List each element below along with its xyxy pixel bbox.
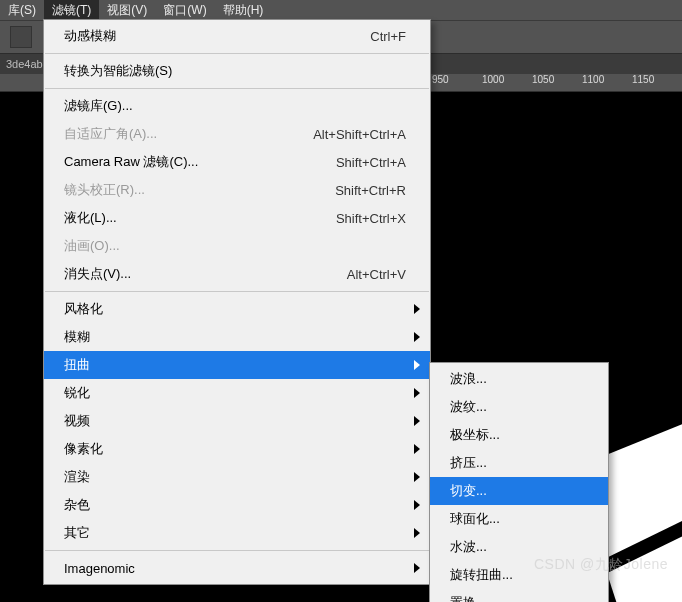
menu-item-shortcut: Shift+Ctrl+R <box>335 183 406 198</box>
menubar-item[interactable]: 窗口(W) <box>155 0 214 21</box>
menu-item: 镜头校正(R)...Shift+Ctrl+R <box>44 176 430 204</box>
tab-label: 3de4ab <box>6 58 43 70</box>
submenu-item[interactable]: 球面化... <box>430 505 608 533</box>
submenu-item[interactable]: 波浪... <box>430 365 608 393</box>
submenu-item[interactable]: 极坐标... <box>430 421 608 449</box>
menu-separator <box>45 53 429 54</box>
submenu-item-label: 挤压... <box>450 454 584 472</box>
menu-item-label: 动感模糊 <box>64 27 370 45</box>
ruler-tick: 1050 <box>532 74 582 91</box>
menu-item-label: 镜头校正(R)... <box>64 181 335 199</box>
submenu-item-label: 旋转扭曲... <box>450 566 584 584</box>
menu-item-label: 自适应广角(A)... <box>64 125 313 143</box>
menu-separator <box>45 550 429 551</box>
menu-item[interactable]: Imagenomic <box>44 554 430 582</box>
menu-item-label: 消失点(V)... <box>64 265 347 283</box>
menu-item[interactable]: 模糊 <box>44 323 430 351</box>
menu-item[interactable]: 扭曲 <box>44 351 430 379</box>
menu-item[interactable]: 视频 <box>44 407 430 435</box>
menu-item[interactable]: 消失点(V)...Alt+Ctrl+V <box>44 260 430 288</box>
menu-item-shortcut: Shift+Ctrl+X <box>336 211 406 226</box>
menu-item[interactable]: 像素化 <box>44 435 430 463</box>
menu-item[interactable]: Camera Raw 滤镜(C)...Shift+Ctrl+A <box>44 148 430 176</box>
submenu-item-label: 置换 <box>450 594 584 602</box>
menu-item-label: 转换为智能滤镜(S) <box>64 62 406 80</box>
submenu-item[interactable]: 波纹... <box>430 393 608 421</box>
menubar: 库(S)滤镜(T)视图(V)窗口(W)帮助(H) <box>0 0 682 20</box>
menubar-item[interactable]: 视图(V) <box>99 0 155 21</box>
submenu-item[interactable]: 旋转扭曲... <box>430 561 608 589</box>
menu-item-shortcut: Alt+Ctrl+V <box>347 267 406 282</box>
submenu-item-label: 切变... <box>450 482 584 500</box>
menu-item[interactable]: 杂色 <box>44 491 430 519</box>
menu-item: 油画(O)... <box>44 232 430 260</box>
menubar-item[interactable]: 帮助(H) <box>215 0 272 21</box>
menu-item-label: 杂色 <box>64 496 406 514</box>
menu-item-shortcut: Shift+Ctrl+A <box>336 155 406 170</box>
menu-separator <box>45 88 429 89</box>
menu-item-label: 模糊 <box>64 328 406 346</box>
filter-menu: 动感模糊Ctrl+F转换为智能滤镜(S)滤镜库(G)...自适应广角(A)...… <box>43 19 431 585</box>
ruler-tick: 1100 <box>582 74 632 91</box>
ruler-tick: 950 <box>432 74 482 91</box>
menu-item-label: 锐化 <box>64 384 406 402</box>
ruler-tick: 1000 <box>482 74 532 91</box>
menu-item-label: Imagenomic <box>64 561 406 576</box>
submenu-item-label: 波纹... <box>450 398 584 416</box>
menu-item-label: Camera Raw 滤镜(C)... <box>64 153 336 171</box>
menubar-item[interactable]: 库(S) <box>0 0 44 21</box>
menu-item-label: 风格化 <box>64 300 406 318</box>
ruler-tick: 1150 <box>632 74 682 91</box>
menu-item[interactable]: 滤镜库(G)... <box>44 92 430 120</box>
menu-item-label: 其它 <box>64 524 406 542</box>
submenu-item[interactable]: 置换 <box>430 589 608 602</box>
submenu-item[interactable]: 水波... <box>430 533 608 561</box>
menu-item-label: 油画(O)... <box>64 237 406 255</box>
menu-item-label: 扭曲 <box>64 356 406 374</box>
menu-separator <box>45 291 429 292</box>
submenu-item-label: 球面化... <box>450 510 584 528</box>
menu-item[interactable]: 转换为智能滤镜(S) <box>44 57 430 85</box>
menu-item-label: 渲染 <box>64 468 406 486</box>
menu-item[interactable]: 锐化 <box>44 379 430 407</box>
menu-item-label: 液化(L)... <box>64 209 336 227</box>
menubar-item[interactable]: 滤镜(T) <box>44 0 99 21</box>
menu-item[interactable]: 风格化 <box>44 295 430 323</box>
submenu-item-label: 极坐标... <box>450 426 584 444</box>
menu-item[interactable]: 液化(L)...Shift+Ctrl+X <box>44 204 430 232</box>
menu-item[interactable]: 其它 <box>44 519 430 547</box>
menu-item-label: 滤镜库(G)... <box>64 97 406 115</box>
submenu-item[interactable]: 切变... <box>430 477 608 505</box>
menu-item-label: 像素化 <box>64 440 406 458</box>
submenu-item[interactable]: 挤压... <box>430 449 608 477</box>
menu-item[interactable]: 渲染 <box>44 463 430 491</box>
distort-submenu: 波浪...波纹...极坐标...挤压...切变...球面化...水波...旋转扭… <box>429 362 609 602</box>
menu-item-shortcut: Alt+Shift+Ctrl+A <box>313 127 406 142</box>
menu-item[interactable]: 动感模糊Ctrl+F <box>44 22 430 50</box>
menu-item: 自适应广角(A)...Alt+Shift+Ctrl+A <box>44 120 430 148</box>
menu-item-shortcut: Ctrl+F <box>370 29 406 44</box>
submenu-item-label: 波浪... <box>450 370 584 388</box>
submenu-item-label: 水波... <box>450 538 584 556</box>
menu-item-label: 视频 <box>64 412 406 430</box>
tool-button[interactable] <box>10 26 32 48</box>
